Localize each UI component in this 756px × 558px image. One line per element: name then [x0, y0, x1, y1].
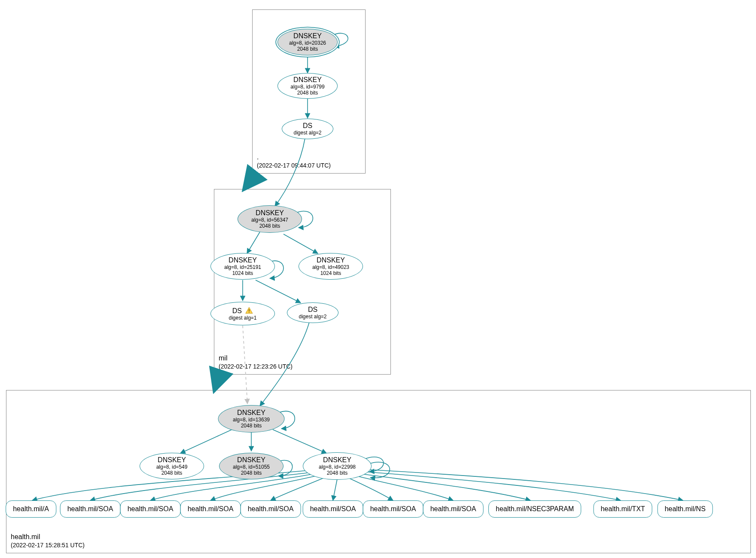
rrset-health-soa-1: health.mil/SOA — [60, 500, 121, 518]
rrset-health-ns: health.mil/NS — [657, 500, 713, 518]
mil-ds-alg2: DS digest alg=2 — [287, 302, 338, 323]
rrset-health-soa-7: health.mil/SOA — [423, 500, 484, 518]
zone-health-time: (2022-02-17 15:28:51 UTC) — [11, 541, 85, 549]
root-ds: DS digest alg=2 — [282, 119, 333, 139]
mil-zsk2-dnskey: DNSKEY alg=8, id=49023 1024 bits — [299, 253, 363, 280]
root-zsk-dnskey: DNSKEY alg=8, id=9799 2048 bits — [277, 73, 338, 99]
health-zsk3-dnskey: DNSKEY alg=8, id=22998 2048 bits — [303, 452, 372, 480]
zone-health-label: health.mil (2022-02-17 15:28:51 UTC) — [11, 532, 85, 549]
rrset-health-nsec3param: health.mil/NSEC3PARAM — [488, 500, 581, 518]
svg-rect-0 — [249, 309, 250, 311]
warning-icon — [245, 307, 253, 314]
zone-health-name: health.mil — [11, 532, 85, 542]
zone-root-name: . — [257, 152, 331, 162]
rrset-health-a: health.mil/A — [6, 500, 56, 518]
svg-rect-1 — [249, 311, 250, 312]
mil-ds-alg1: DS digest alg=1 — [210, 302, 275, 326]
rrset-health-soa-2: health.mil/SOA — [120, 500, 181, 518]
health-ksk-dnskey: DNSKEY alg=8, id=13639 2048 bits — [218, 405, 285, 433]
zone-root-time: (2022-02-17 09:44:07 UTC) — [257, 162, 331, 170]
health-zsk1-dnskey: DNSKEY alg=8, id=549 2048 bits — [140, 453, 204, 479]
zone-mil-name: mil — [219, 354, 293, 363]
zone-mil-time: (2022-02-17 12:23:26 UTC) — [219, 363, 293, 371]
mil-zsk1-dnskey: DNSKEY alg=8, id=25191 1024 bits — [210, 253, 275, 280]
rrset-health-soa-6: health.mil/SOA — [363, 500, 424, 518]
rrset-health-soa-5: health.mil/SOA — [303, 500, 363, 518]
root-ksk-dnskey: DNSKEY alg=8, id=20326 2048 bits — [277, 29, 338, 55]
mil-ksk-dnskey: DNSKEY alg=8, id=56347 2048 bits — [238, 205, 302, 233]
mil-ds-alg1-title: DS — [232, 307, 242, 314]
rrset-health-soa-4: health.mil/SOA — [241, 500, 301, 518]
rrset-health-soa-3: health.mil/SOA — [180, 500, 241, 518]
zone-root-label: . (2022-02-17 09:44:07 UTC) — [257, 152, 331, 170]
zone-mil-label: mil (2022-02-17 12:23:26 UTC) — [219, 354, 293, 371]
zone-health: health.mil (2022-02-17 15:28:51 UTC) — [6, 390, 751, 553]
health-zsk2-dnskey: DNSKEY alg=8, id=51055 2048 bits — [219, 453, 284, 479]
rrset-health-txt: health.mil/TXT — [593, 500, 652, 518]
